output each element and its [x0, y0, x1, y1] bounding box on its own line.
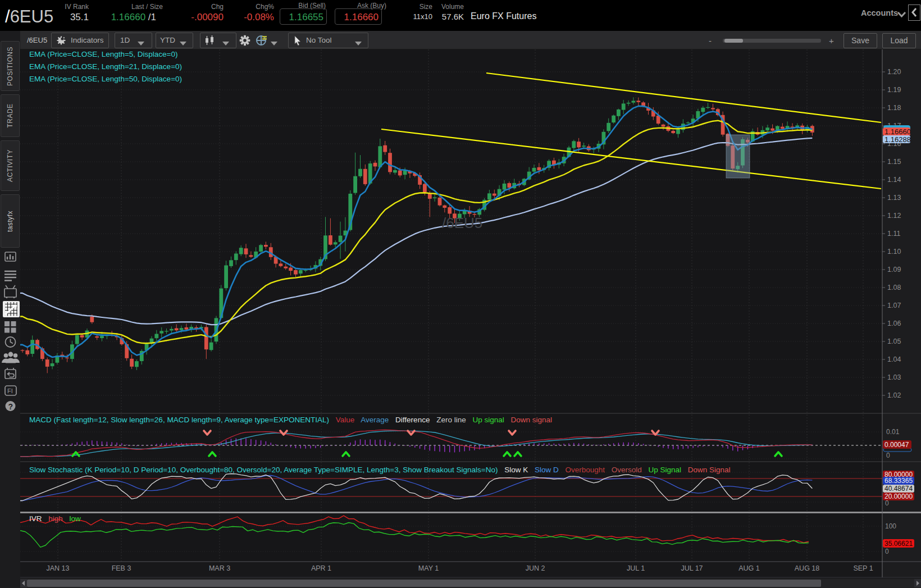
svg-text:EMA (Price=CLOSE, Length=50, D: EMA (Price=CLOSE, Length=50, Displace=0) — [29, 75, 182, 83]
svg-text:1.05: 1.05 — [887, 338, 901, 345]
svg-text:1.14: 1.14 — [887, 176, 901, 184]
svg-text:1.04: 1.04 — [887, 355, 901, 363]
svg-text:/6EU5: /6EU5 — [442, 215, 482, 231]
svg-text:100: 100 — [885, 522, 896, 530]
svg-text:0.00047: 0.00047 — [884, 441, 909, 449]
svg-text:1.11: 1.11 — [887, 230, 900, 238]
svg-text:1.08: 1.08 — [887, 284, 901, 291]
svg-text:1.16288: 1.16288 — [884, 135, 911, 144]
svg-text:1.18: 1.18 — [887, 104, 901, 112]
svg-text:MAR 3: MAR 3 — [209, 564, 230, 572]
svg-text:1.09: 1.09 — [887, 266, 901, 274]
svg-text:JUL 1: JUL 1 — [627, 564, 645, 572]
svg-text:1.10: 1.10 — [887, 248, 901, 256]
svg-text:FI: FI — [7, 388, 13, 394]
svg-text:1.16660: 1.16660 — [884, 127, 911, 136]
svg-text:1.20: 1.20 — [887, 68, 901, 76]
svg-text:1.06: 1.06 — [887, 320, 901, 327]
svg-text:1.19: 1.19 — [887, 86, 901, 94]
svg-text:0: 0 — [886, 452, 890, 459]
svg-text:35.06621: 35.06621 — [884, 540, 913, 548]
svg-text:1.03: 1.03 — [887, 373, 901, 381]
svg-text:EMA (Price=CLOSE, Length=21, D: EMA (Price=CLOSE, Length=21, Displace=0) — [29, 62, 182, 71]
svg-text:1.02: 1.02 — [887, 391, 901, 399]
svg-text:0.01: 0.01 — [886, 428, 900, 436]
svg-text:?: ? — [8, 402, 13, 411]
svg-text:JAN 13: JAN 13 — [47, 564, 70, 572]
svg-text:SEP 1: SEP 1 — [853, 564, 873, 572]
svg-text:APR 1: APR 1 — [311, 564, 331, 572]
svg-text:Slow Stochastic (K Period=10,: Slow Stochastic (K Period=10, D Period=1… — [29, 466, 731, 474]
svg-text:EMA (Price=CLOSE, Length=5, Di: EMA (Price=CLOSE, Length=5, Displace=0) — [29, 50, 178, 58]
svg-text:MAY 1: MAY 1 — [418, 564, 439, 572]
svg-text:0: 0 — [885, 548, 889, 555]
svg-text:MACD (Fast length=12, Slow len: MACD (Fast length=12, Slow length=26, MA… — [29, 416, 552, 424]
svg-text:JUN 2: JUN 2 — [526, 564, 545, 572]
svg-text:40.48674: 40.48674 — [884, 485, 913, 493]
svg-text:0: 0 — [885, 499, 889, 507]
svg-text:1.07: 1.07 — [887, 302, 901, 309]
svg-text:AUG 18: AUG 18 — [795, 564, 820, 572]
svg-text:1.15: 1.15 — [887, 158, 901, 166]
svg-text:68.33365: 68.33365 — [884, 477, 913, 485]
svg-text:FEB 3: FEB 3 — [112, 564, 131, 572]
svg-text:AUG 1: AUG 1 — [738, 564, 760, 572]
svg-text:JUL 17: JUL 17 — [681, 564, 703, 572]
svg-text:IVR high low: IVR high low — [29, 514, 81, 523]
svg-text:1.13: 1.13 — [887, 194, 901, 202]
svg-text:1.12: 1.12 — [887, 212, 901, 220]
